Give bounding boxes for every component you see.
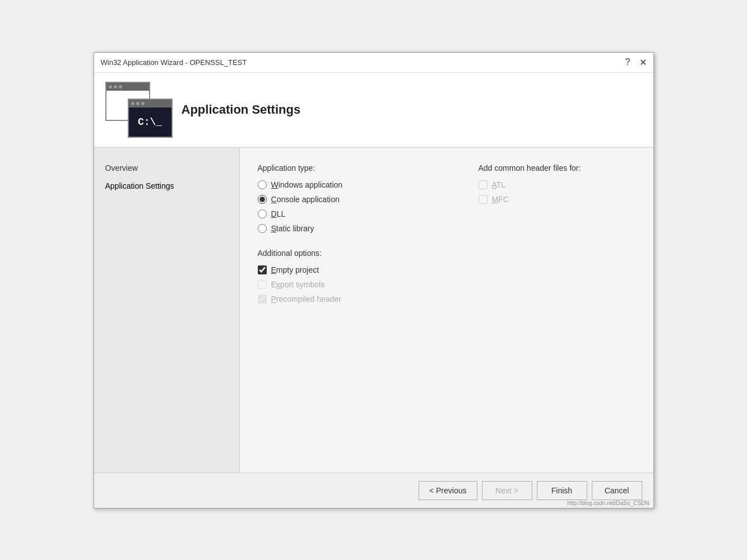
sidebar: Overview Application Settings <box>94 148 240 473</box>
checkbox-input-precompiled-header[interactable] <box>258 295 267 304</box>
checkbox-label-empty-project: Empty project <box>271 265 319 274</box>
radio-console-application[interactable]: Console application <box>258 195 445 204</box>
front-window-icon: C:\_ <box>128 99 173 138</box>
window-title: Win32 Application Wizard - OPENSSL_TEST <box>101 58 247 67</box>
additional-options-label: Additional options: <box>258 249 445 258</box>
wizard-window: Win32 Application Wizard - OPENSSL_TEST … <box>94 52 654 508</box>
radio-static-library[interactable]: Static library <box>258 224 445 233</box>
radio-label-static: Static library <box>271 224 314 233</box>
title-bar-controls: ? ✕ <box>625 57 647 68</box>
checkbox-label-mfc: MFC <box>492 195 509 204</box>
watermark: http://blog.csdn.net/DaSo_CSDN <box>567 500 649 506</box>
additional-options-group: Empty project Export symbols Precompiled… <box>258 265 445 304</box>
col-right: Add common header files for: ATL MFC <box>479 164 635 304</box>
next-button[interactable]: Next > <box>482 481 532 500</box>
two-column-layout: Application type: Windows application Co… <box>258 164 635 304</box>
radio-dll[interactable]: DLL <box>258 209 445 218</box>
page-title: Application Settings <box>182 102 301 117</box>
checkbox-label-precompiled-header: Precompiled header <box>271 295 341 304</box>
checkbox-empty-project[interactable]: Empty project <box>258 265 445 274</box>
radio-input-dll[interactable] <box>258 209 267 218</box>
radio-label-dll: DLL <box>271 209 286 218</box>
app-type-radio-group: Windows application Console application … <box>258 180 445 233</box>
cmd-text: C:\_ <box>138 116 162 128</box>
checkbox-atl: ATL <box>479 180 635 189</box>
checkbox-input-export-symbols[interactable] <box>258 280 267 289</box>
checkbox-input-atl[interactable] <box>479 180 488 189</box>
radio-input-static[interactable] <box>258 224 267 233</box>
title-bar: Win32 Application Wizard - OPENSSL_TEST … <box>94 53 653 73</box>
checkbox-precompiled-header[interactable]: Precompiled header <box>258 295 445 304</box>
main-content: Overview Application Settings Applicatio… <box>94 148 653 473</box>
header-icon: C:\_ <box>105 82 173 138</box>
help-icon[interactable]: ? <box>625 57 630 67</box>
close-icon[interactable]: ✕ <box>639 57 647 68</box>
cancel-button[interactable]: Cancel <box>592 481 642 500</box>
previous-button[interactable]: < Previous <box>419 481 477 500</box>
checkbox-mfc: MFC <box>479 195 635 204</box>
sidebar-item-overview[interactable]: Overview <box>94 159 239 177</box>
title-bar-left: Win32 Application Wizard - OPENSSL_TEST <box>101 58 247 67</box>
checkbox-label-atl: ATL <box>492 180 506 189</box>
radio-input-windows[interactable] <box>258 180 267 189</box>
checkbox-export-symbols[interactable]: Export symbols <box>258 280 445 289</box>
radio-label-console: Console application <box>271 195 340 204</box>
finish-button[interactable]: Finish <box>537 481 587 500</box>
application-type-label: Application type: <box>258 164 445 172</box>
radio-input-console[interactable] <box>258 195 267 204</box>
checkbox-input-empty-project[interactable] <box>258 265 267 274</box>
common-header-label: Add common header files for: <box>479 164 635 172</box>
content-area: Application type: Windows application Co… <box>240 148 653 473</box>
radio-label-windows: Windows application <box>271 180 343 189</box>
checkbox-label-export-symbols: Export symbols <box>271 280 325 289</box>
col-left: Application type: Windows application Co… <box>258 164 445 304</box>
common-header-group: ATL MFC <box>479 180 635 204</box>
radio-windows-application[interactable]: Windows application <box>258 180 445 189</box>
sidebar-item-application-settings[interactable]: Application Settings <box>94 177 239 195</box>
wizard-header: C:\_ Application Settings <box>94 73 653 148</box>
checkbox-input-mfc[interactable] <box>479 195 488 204</box>
